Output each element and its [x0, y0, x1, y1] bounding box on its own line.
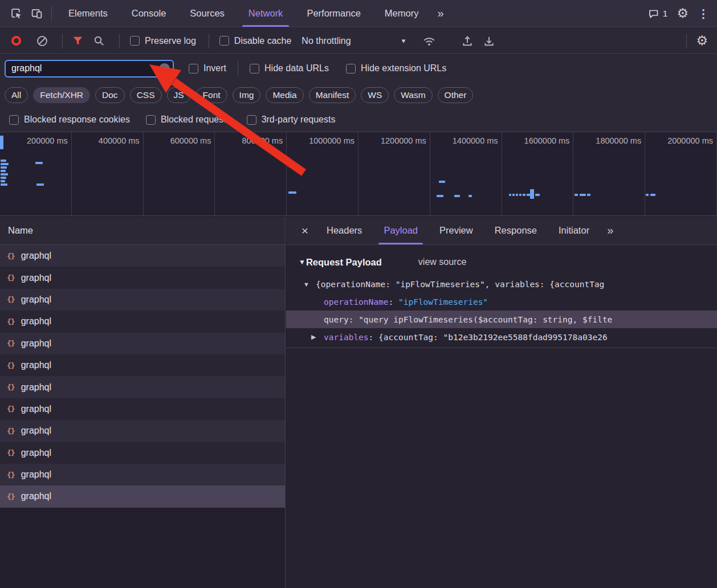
import-har-button[interactable]: [461, 35, 474, 47]
payload-line[interactable]: query: "query ipFlowTimeseries($accountT…: [286, 311, 717, 328]
more-detail-tabs-button[interactable]: »: [600, 224, 620, 237]
waterfall-bar[interactable]: [1, 180, 5, 182]
request-row[interactable]: {}graphql: [0, 311, 285, 332]
request-row[interactable]: {}graphql: [0, 420, 285, 442]
payload-line[interactable]: ▶variables: {accountTag: "b12e3b2192ee55…: [286, 328, 717, 346]
waterfall-bar[interactable]: [36, 183, 44, 186]
chip-other[interactable]: Other: [438, 87, 474, 103]
tab-sources[interactable]: Sources: [178, 0, 237, 27]
settings-gear-icon[interactable]: ⚙: [677, 7, 689, 20]
expander-open-icon[interactable]: ▼: [303, 281, 316, 288]
inspect-button[interactable]: [6, 4, 26, 23]
filter-toggle-button[interactable]: [72, 35, 84, 47]
request-row[interactable]: {}graphql: [0, 245, 285, 267]
invert-checkbox[interactable]: Invert: [189, 63, 226, 74]
payload-line[interactable]: operationName: "ipFlowTimeseries": [286, 293, 717, 311]
disable-cache-checkbox[interactable]: Disable cache: [219, 36, 292, 46]
waterfall-bar[interactable]: [580, 194, 586, 196]
request-row[interactable]: {}graphql: [0, 267, 285, 288]
chip-wasm[interactable]: Wasm: [394, 87, 432, 103]
waterfall-bar[interactable]: [519, 194, 522, 196]
issues-button[interactable]: 1: [648, 8, 668, 19]
view-source-link[interactable]: view source: [418, 257, 466, 267]
more-panels-button[interactable]: »: [430, 7, 450, 20]
waterfall-bar[interactable]: [35, 162, 43, 164]
request-row[interactable]: {}graphql: [0, 398, 285, 420]
checkbox-box[interactable]: [346, 64, 356, 74]
waterfall-bar[interactable]: [1, 166, 7, 169]
checkbox-box[interactable]: [146, 115, 156, 125]
request-row[interactable]: {}graphql: [0, 289, 285, 311]
throttling-select[interactable]: No throttling ▾: [302, 36, 405, 46]
chip-doc[interactable]: Doc: [95, 87, 125, 103]
waterfall-bar[interactable]: [1, 160, 6, 162]
chip-img[interactable]: Img: [233, 87, 261, 103]
hide-data-urls-checkbox[interactable]: Hide data URLs: [250, 63, 329, 74]
waterfall-bar[interactable]: [516, 194, 518, 196]
detail-tab-preview[interactable]: Preview: [429, 217, 484, 244]
tab-network[interactable]: Network: [237, 0, 295, 27]
preserve-log-checkbox[interactable]: Preserve log: [130, 36, 196, 46]
expander-open-icon[interactable]: ▼: [299, 258, 305, 266]
detail-tab-initiator[interactable]: Initiator: [548, 217, 600, 244]
checkbox-box[interactable]: [219, 36, 229, 46]
chip-fetch-xhr[interactable]: Fetch/XHR: [33, 87, 90, 103]
checkbox-box[interactable]: [250, 64, 259, 74]
network-conditions-button[interactable]: [422, 35, 436, 47]
request-row[interactable]: {}graphql: [0, 376, 285, 398]
waterfall-bar[interactable]: [439, 181, 445, 183]
third-party-checkbox[interactable]: 3rd-party requests: [247, 115, 336, 125]
waterfall-bar[interactable]: [512, 194, 515, 196]
detail-tab-payload[interactable]: Payload: [373, 217, 429, 244]
request-row[interactable]: {}graphql: [0, 442, 285, 464]
expander-closed-icon[interactable]: ▶: [311, 333, 324, 341]
tab-memory[interactable]: Memory: [373, 0, 431, 27]
record-button[interactable]: [11, 36, 21, 46]
checkbox-box[interactable]: [9, 115, 19, 125]
waterfall-bar[interactable]: [523, 194, 525, 196]
blocked-requests-checkbox[interactable]: Blocked requests: [146, 115, 231, 125]
name-column-header[interactable]: Name: [0, 217, 285, 245]
request-payload-header[interactable]: ▼ Request Payload view source: [286, 252, 717, 272]
request-row[interactable]: {}graphql: [0, 354, 285, 376]
waterfall-bar[interactable]: [646, 194, 649, 196]
tab-console[interactable]: Console: [120, 0, 178, 27]
waterfall-bar[interactable]: [1, 170, 6, 172]
waterfall-bar[interactable]: [1, 163, 9, 165]
payload-line[interactable]: ▼{operationName: "ipFlowTimeseries", var…: [286, 275, 717, 293]
tab-performance[interactable]: Performance: [295, 0, 372, 27]
waterfall-bar[interactable]: [288, 191, 296, 194]
search-button[interactable]: [93, 35, 105, 47]
detail-tab-response[interactable]: Response: [484, 217, 548, 244]
blocked-cookies-checkbox[interactable]: Blocked response cookies: [9, 115, 130, 125]
filter-input[interactable]: [5, 60, 174, 77]
request-row[interactable]: {}graphql: [0, 485, 285, 507]
waterfall-bar[interactable]: [1, 173, 8, 175]
request-row[interactable]: {}graphql: [0, 333, 285, 354]
waterfall-bar[interactable]: [454, 195, 460, 197]
waterfall-bar[interactable]: [650, 194, 655, 196]
waterfall-bar[interactable]: [530, 189, 534, 199]
waterfall-overview[interactable]: 200000 ms400000 ms600000 ms800000 ms1000…: [0, 132, 717, 216]
chip-js[interactable]: JS: [167, 87, 191, 103]
chip-font[interactable]: Font: [196, 87, 227, 103]
network-settings-gear-icon[interactable]: ⚙: [696, 34, 708, 47]
chip-ws[interactable]: WS: [361, 87, 389, 103]
waterfall-bar[interactable]: [575, 194, 578, 196]
waterfall-bar[interactable]: [1, 183, 7, 186]
chip-manifest[interactable]: Manifest: [309, 87, 356, 103]
waterfall-bar[interactable]: [509, 194, 511, 196]
waterfall-bar[interactable]: [437, 195, 443, 197]
checkbox-box[interactable]: [189, 64, 198, 74]
waterfall-bar[interactable]: [1, 177, 6, 179]
waterfall-bar[interactable]: [587, 194, 590, 196]
waterfall-bar[interactable]: [469, 195, 472, 197]
request-row[interactable]: {}graphql: [0, 464, 285, 485]
menu-dots-icon[interactable]: ⋮: [698, 7, 709, 21]
checkbox-box[interactable]: [130, 36, 140, 46]
chip-all[interactable]: All: [5, 87, 28, 103]
checkbox-box[interactable]: [247, 115, 256, 125]
filter-clear-button[interactable]: ×: [159, 63, 170, 74]
chip-media[interactable]: Media: [266, 87, 303, 103]
waterfall-bar[interactable]: [535, 194, 540, 196]
